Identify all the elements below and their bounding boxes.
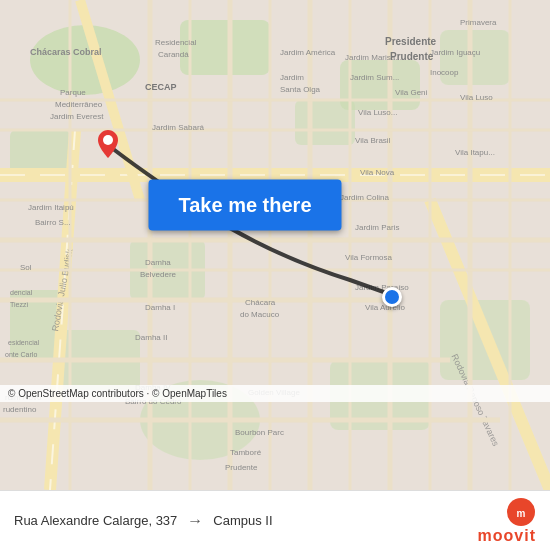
svg-text:Jardim: Jardim	[280, 73, 304, 82]
take-me-there-button[interactable]: Take me there	[148, 180, 341, 231]
svg-text:Presidente: Presidente	[385, 36, 437, 47]
svg-text:Jardim Iguaçu: Jardim Iguaçu	[430, 48, 480, 57]
destination-marker	[382, 287, 402, 307]
svg-text:Residencial: Residencial	[155, 38, 197, 47]
app: Rodovia Julio Budisk Rodovia Raposo Tava…	[0, 0, 550, 550]
svg-text:Vila Geni: Vila Geni	[395, 88, 428, 97]
svg-text:Jardim Everest: Jardim Everest	[50, 112, 104, 121]
svg-point-85	[103, 135, 113, 145]
svg-text:Vila Luso...: Vila Luso...	[358, 108, 397, 117]
svg-text:Inocoop: Inocoop	[430, 68, 459, 77]
svg-text:Chácaras Cobral: Chácaras Cobral	[30, 47, 102, 57]
route-origin: Rua Alexandre Calarge, 337	[14, 513, 177, 528]
moovit-logo: m moovit	[478, 497, 536, 545]
svg-text:Damha: Damha	[145, 258, 171, 267]
svg-text:Vila Itapu...: Vila Itapu...	[455, 148, 495, 157]
svg-text:Chácara: Chácara	[245, 298, 276, 307]
svg-text:Tamboré: Tamboré	[230, 448, 262, 457]
svg-text:m: m	[517, 508, 526, 519]
svg-text:Jardim América: Jardim América	[280, 48, 336, 57]
moovit-icon: m	[506, 497, 536, 527]
svg-rect-2	[180, 20, 270, 75]
map-background: Rodovia Julio Budisk Rodovia Raposo Tava…	[0, 0, 550, 490]
svg-rect-7	[340, 60, 420, 110]
svg-text:Primavera: Primavera	[460, 18, 497, 27]
svg-text:rudentino: rudentino	[3, 405, 37, 414]
svg-text:CECAP: CECAP	[145, 82, 177, 92]
svg-text:Damha I: Damha I	[145, 303, 175, 312]
svg-text:Jardim Sum...: Jardim Sum...	[350, 73, 399, 82]
svg-text:do Macuco: do Macuco	[240, 310, 280, 319]
attribution-bar: © OpenStreetMap contributors · © OpenMap…	[0, 385, 550, 402]
svg-text:Jardim Paris: Jardim Paris	[355, 223, 399, 232]
svg-text:Bourbon Parc: Bourbon Parc	[235, 428, 284, 437]
svg-text:dencial: dencial	[10, 289, 33, 296]
attribution-text: © OpenStreetMap contributors · © OpenMap…	[8, 388, 227, 399]
svg-text:Vila Brasil: Vila Brasil	[355, 136, 391, 145]
svg-text:Jardim Sabará: Jardim Sabará	[152, 123, 205, 132]
svg-text:Jardim Itaipú: Jardim Itaipú	[28, 203, 74, 212]
map-container: Rodovia Julio Budisk Rodovia Raposo Tava…	[0, 0, 550, 490]
svg-text:Sol: Sol	[20, 263, 32, 272]
svg-text:Tiezzì: Tiezzì	[10, 301, 28, 308]
svg-text:Jardim Paraíso: Jardim Paraíso	[355, 283, 409, 292]
route-arrow: →	[187, 512, 203, 530]
svg-text:Carandá: Carandá	[158, 50, 189, 59]
svg-text:Santa Olga: Santa Olga	[280, 85, 321, 94]
svg-text:Prudente: Prudente	[225, 463, 258, 472]
svg-text:Parque: Parque	[60, 88, 86, 97]
svg-text:Belvedere: Belvedere	[140, 270, 177, 279]
origin-marker	[98, 130, 118, 158]
moovit-brand-name: moovit	[478, 527, 536, 545]
svg-text:Vila Formosa: Vila Formosa	[345, 253, 393, 262]
svg-point-1	[30, 25, 140, 95]
svg-text:Vila Nova: Vila Nova	[360, 168, 395, 177]
svg-text:Vila Luso: Vila Luso	[460, 93, 493, 102]
svg-text:esidencial: esidencial	[8, 339, 40, 346]
svg-text:Bairro S...: Bairro S...	[35, 218, 71, 227]
svg-text:Jardim Colina: Jardim Colina	[340, 193, 389, 202]
svg-text:onte Carlo: onte Carlo	[5, 351, 37, 358]
bottom-bar: Rua Alexandre Calarge, 337 → Campus II m…	[0, 490, 550, 550]
route-destination: Campus II	[213, 513, 272, 528]
svg-text:Mediterrâneo: Mediterrâneo	[55, 100, 103, 109]
svg-text:Damha II: Damha II	[135, 333, 167, 342]
svg-text:Prudente: Prudente	[390, 51, 434, 62]
